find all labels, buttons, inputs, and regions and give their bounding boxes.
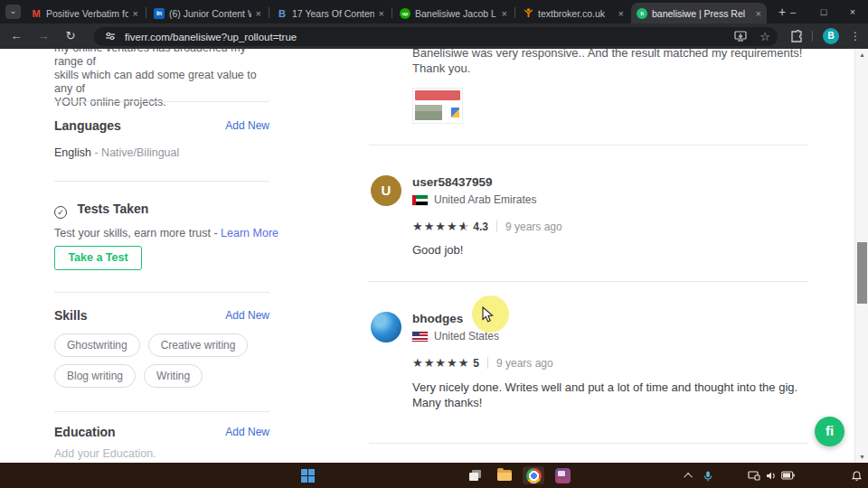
- education-placeholder: Add your Education.: [54, 447, 156, 460]
- tab-upwork[interactable]: up Banelisiwe Jacob L ×: [394, 3, 513, 23]
- scroll-up-icon[interactable]: ▴: [855, 51, 868, 59]
- about-text: my online ventures has broadened my rang…: [54, 49, 275, 109]
- fiverr-chat-fab[interactable]: fi: [815, 417, 844, 446]
- reload-button[interactable]: ↻: [61, 27, 80, 45]
- rating-value: 4.3: [473, 221, 488, 233]
- tab-gmail[interactable]: M Positive Verbatim for ×: [25, 3, 144, 23]
- reviewer-username[interactable]: user58437959: [412, 175, 493, 189]
- take-a-test-button[interactable]: Take a Test: [54, 246, 142, 270]
- tab-textbroker[interactable]: textbroker.co.uk ×: [517, 3, 629, 23]
- install-icon[interactable]: [734, 29, 747, 45]
- skill-pill[interactable]: Blog writing: [54, 364, 136, 388]
- review-attachment-thumbnail[interactable]: [412, 88, 463, 124]
- divider: [54, 292, 269, 293]
- skills-add-new-link[interactable]: Add New: [225, 309, 269, 322]
- thumbnail-banner: [415, 90, 460, 100]
- skills-row-1: Ghostwriting Creative writing: [54, 333, 248, 357]
- start-button[interactable]: [297, 466, 318, 484]
- education-title: Education: [54, 425, 116, 439]
- skill-pill[interactable]: Writing: [144, 364, 203, 388]
- us-flag-icon: [412, 332, 428, 342]
- pinned-app-button[interactable]: [552, 466, 573, 484]
- address-bar[interactable]: fiverr.com/banelisiwe?up_rollout=true ☆: [94, 27, 778, 46]
- close-icon[interactable]: ×: [502, 8, 507, 19]
- bookmark-star-icon[interactable]: ☆: [760, 30, 770, 43]
- folder-icon: [497, 470, 512, 481]
- skill-pill[interactable]: Creative writing: [148, 333, 249, 357]
- reviewer-avatar[interactable]: U: [371, 175, 401, 206]
- window-minimize-button[interactable]: –: [778, 0, 808, 23]
- task-view-button[interactable]: [465, 466, 486, 484]
- review-rating-row: ★★★★★☆ 4.3 9 years ago: [412, 220, 562, 233]
- star-rating-icons: ★★★★★: [412, 356, 469, 370]
- tab-linkedin[interactable]: in (6) Junior Content W ×: [148, 3, 267, 23]
- linkedin-icon: in: [154, 8, 165, 19]
- task-view-icon: [469, 470, 482, 481]
- review-time: 9 years ago: [496, 357, 553, 370]
- textbroker-icon: [523, 8, 533, 19]
- divider: [54, 411, 269, 412]
- review-partial-text: Thank you.: [412, 61, 815, 76]
- tests-taken-header: ✓ Tests Taken: [54, 201, 148, 219]
- tray-overflow-button[interactable]: [678, 466, 700, 484]
- tab-title: banelisiwe | Press Rel: [652, 8, 751, 19]
- chrome-button[interactable]: [523, 466, 544, 484]
- gmail-icon: M: [31, 8, 42, 19]
- battery-icon[interactable]: [781, 471, 795, 480]
- rating-value: 5: [473, 357, 479, 370]
- fiverr-icon: fi: [637, 8, 647, 19]
- app-icon: [555, 468, 571, 483]
- reviewer-username[interactable]: bhodges: [412, 312, 463, 325]
- close-icon[interactable]: ×: [256, 8, 261, 19]
- divider: [54, 181, 269, 182]
- chevron-down-icon[interactable]: ⌄: [5, 5, 21, 19]
- forward-button[interactable]: →: [34, 27, 52, 45]
- divider: [487, 357, 488, 369]
- tab-fiverr-active[interactable]: fi banelisiwe | Press Rel ×: [631, 3, 767, 23]
- tab-blog[interactable]: B 17 Years Of Content ×: [271, 3, 390, 23]
- file-explorer-button[interactable]: [494, 466, 515, 484]
- review-partial-text: Banelisiwe was very responsive.. And the…: [412, 49, 815, 61]
- close-icon[interactable]: ×: [379, 8, 384, 19]
- review-text: Many thanks!: [412, 395, 815, 410]
- close-icon[interactable]: ×: [133, 8, 138, 19]
- review-rating-row: ★★★★★ 5 9 years ago: [412, 356, 553, 370]
- learn-more-link[interactable]: Learn More: [221, 227, 278, 239]
- divider: [496, 221, 497, 232]
- reviewer-avatar[interactable]: [371, 312, 401, 343]
- tab-separator: [269, 7, 269, 18]
- microphone-icon[interactable]: [703, 471, 713, 482]
- active-app-indicator: [531, 482, 536, 483]
- mouse-cursor: [482, 306, 495, 327]
- window-close-button[interactable]: ×: [837, 0, 868, 23]
- speaker-icon[interactable]: [766, 471, 777, 481]
- site-settings-icon[interactable]: [105, 29, 116, 45]
- browser-menu-icon[interactable]: ⋮: [848, 27, 863, 45]
- skill-pill[interactable]: Ghostwriting: [54, 333, 140, 357]
- notification-bell-icon[interactable]: [852, 471, 862, 482]
- review-text: Good job!: [412, 242, 815, 258]
- close-icon[interactable]: ×: [756, 8, 761, 19]
- upwork-icon: up: [400, 8, 410, 19]
- scroll-down-icon[interactable]: ▾: [855, 453, 868, 461]
- url-text[interactable]: fiverr.com/banelisiwe?up_rollout=true: [125, 32, 297, 42]
- tests-taken-title: Tests Taken: [77, 202, 148, 216]
- browser-tab-strip: ⌄ M Positive Verbatim for × in (6) Junio…: [0, 0, 868, 23]
- extensions-icon[interactable]: [790, 30, 803, 46]
- b-site-icon: B: [277, 8, 288, 19]
- education-add-new-link[interactable]: Add New: [225, 426, 269, 438]
- languages-add-new-link[interactable]: Add New: [225, 119, 269, 132]
- page-scrollbar[interactable]: ▴ ▾: [854, 49, 868, 463]
- back-button[interactable]: ←: [7, 27, 25, 45]
- language-entry: English - Native/Bilingual: [54, 146, 179, 159]
- star-rating-icons: ★★★★★☆: [412, 220, 469, 233]
- browser-profile-avatar[interactable]: B: [823, 28, 839, 44]
- scrollbar-thumb[interactable]: [857, 242, 867, 304]
- thumbnail-image: [415, 105, 442, 120]
- toolbar-divider: [812, 31, 813, 42]
- close-icon[interactable]: ×: [618, 8, 624, 19]
- window-maximize-button[interactable]: □: [808, 0, 839, 23]
- test-check-icon: ✓: [54, 206, 67, 219]
- network-icon[interactable]: [748, 471, 760, 481]
- reviewer-country: United Arab Emirates: [412, 193, 536, 206]
